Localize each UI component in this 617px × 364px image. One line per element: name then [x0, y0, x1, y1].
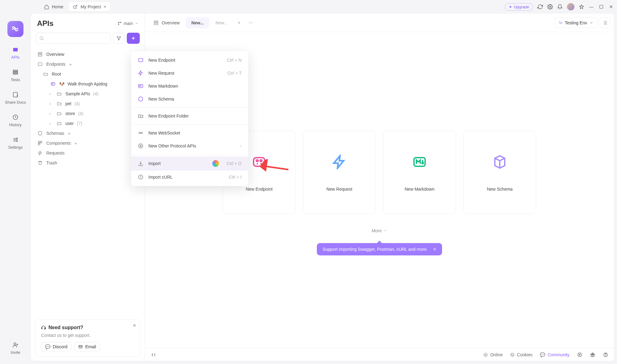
- gift-icon[interactable]: [590, 352, 595, 358]
- avatar[interactable]: [567, 3, 574, 10]
- filter-button[interactable]: [113, 33, 124, 44]
- svg-point-35: [511, 354, 512, 354]
- markdown-icon: [138, 83, 144, 89]
- svg-rect-2: [13, 48, 18, 52]
- app-logo[interactable]: [7, 21, 23, 37]
- tree-trash[interactable]: Trash: [35, 158, 141, 168]
- rail-invite[interactable]: Invite: [10, 341, 20, 355]
- dd-new-request[interactable]: New RequestCtrl + T: [131, 67, 248, 80]
- rail-apis[interactable]: APIs: [11, 46, 19, 60]
- email-button[interactable]: Email: [74, 342, 100, 351]
- collapse-icon[interactable]: [151, 352, 156, 358]
- rail-tests[interactable]: Tests: [11, 69, 20, 82]
- rail-history[interactable]: History: [9, 114, 22, 127]
- gear-icon[interactable]: [547, 4, 553, 10]
- chevron-down-icon: [590, 21, 593, 25]
- layout-icon: [154, 20, 159, 25]
- tab-overview[interactable]: Overview: [148, 17, 185, 28]
- dog-emoji: 🐶: [59, 81, 64, 86]
- upgrade-button[interactable]: ✦ Upgrade: [505, 3, 533, 11]
- tree-root[interactable]: Root: [35, 69, 141, 79]
- dd-import[interactable]: ImportCtrl + O: [131, 156, 248, 171]
- discord-button[interactable]: 💬Discord: [41, 342, 71, 351]
- chevron-right-icon: ›: [49, 101, 54, 106]
- svg-rect-5: [13, 73, 18, 74]
- dd-new-schema[interactable]: New Schema: [131, 93, 248, 105]
- maximize-icon[interactable]: [598, 4, 604, 10]
- tree-folder-sample[interactable]: ›Sample APIs (4): [35, 89, 141, 99]
- tooltip-close-icon[interactable]: ✕: [433, 247, 437, 252]
- rail-share-docs[interactable]: Share Docs: [5, 91, 26, 105]
- tree-schemas[interactable]: Schemas▸: [35, 128, 141, 138]
- more-link[interactable]: More: [372, 228, 387, 233]
- components-icon: [38, 141, 43, 146]
- svg-rect-22: [38, 143, 40, 145]
- support-subtitle: Contact us to get support.: [41, 333, 135, 338]
- tab-more-button[interactable]: ⋯: [245, 17, 256, 28]
- card-new-markdown[interactable]: New Markdown: [383, 131, 456, 214]
- status-community[interactable]: 💬Community: [540, 352, 569, 357]
- panel-menu-button[interactable]: ☰: [600, 17, 611, 28]
- tab-new-ghost[interactable]: New...: [210, 17, 233, 28]
- tree-folder-store[interactable]: ›store (4): [35, 109, 141, 118]
- svg-rect-18: [38, 63, 42, 65]
- filter-icon: [116, 36, 121, 41]
- dd-new-endpoint[interactable]: New EndpointCtrl + N: [131, 54, 248, 67]
- tree-requests[interactable]: Requests: [35, 148, 141, 158]
- env-selector[interactable]: Te Testing Env: [555, 18, 597, 28]
- check-circle-icon: [483, 353, 488, 357]
- close-icon[interactable]: ✕: [103, 5, 106, 9]
- svg-rect-4: [13, 72, 18, 72]
- tree-folder-pet[interactable]: ›pet (4): [35, 99, 141, 109]
- svg-point-34: [511, 353, 514, 356]
- home-tab[interactable]: Home: [40, 2, 67, 11]
- dd-new-websocket[interactable]: New WebSocket: [131, 126, 248, 139]
- project-tab[interactable]: My Project ✕: [69, 2, 110, 11]
- markdown-icon: [411, 153, 428, 171]
- caret-icon: ▸: [75, 141, 77, 146]
- search-icon: [39, 36, 44, 41]
- dd-new-folder[interactable]: New Endpoint Folder: [131, 110, 248, 122]
- bell-icon[interactable]: [557, 4, 563, 10]
- history-icon: [12, 114, 19, 121]
- support-card: ✕ Need support? Contact us to get suppor…: [35, 320, 140, 357]
- chevron-down-icon: [383, 229, 387, 233]
- dd-new-markdown[interactable]: New Markdown: [131, 80, 248, 93]
- caret-icon: ▸: [70, 62, 72, 67]
- pin-icon[interactable]: [579, 4, 584, 10]
- add-dropdown: New EndpointCtrl + N New RequestCtrl + T…: [131, 51, 248, 186]
- status-cookies[interactable]: Cookies: [510, 352, 533, 357]
- home-icon: [44, 4, 49, 10]
- settings-icon: [12, 136, 19, 143]
- add-tab-button[interactable]: ＋: [234, 17, 245, 28]
- tree-walkthrough[interactable]: 🐶Walk through Apidog: [35, 79, 141, 89]
- dd-import-curl[interactable]: Import cURLCtrl + I: [131, 171, 248, 184]
- help-icon[interactable]: [603, 352, 608, 358]
- add-circle-icon[interactable]: [577, 352, 582, 358]
- status-online[interactable]: Online: [483, 352, 503, 357]
- headset-icon: [41, 325, 46, 330]
- tree-folder-user[interactable]: ›user (7): [35, 118, 141, 128]
- tab-new-active[interactable]: New...: [186, 17, 209, 28]
- add-button[interactable]: [127, 33, 140, 44]
- close-icon[interactable]: ✕: [133, 323, 136, 328]
- branch-selector[interactable]: main: [118, 21, 139, 26]
- svg-point-12: [118, 24, 119, 25]
- window-close-icon[interactable]: ✕: [608, 4, 614, 10]
- sidebar-title: APIs: [37, 19, 53, 28]
- svg-rect-17: [38, 55, 42, 56]
- tree-endpoints[interactable]: Endpoints▸: [35, 59, 141, 69]
- card-new-schema[interactable]: New Schema: [463, 131, 536, 214]
- mail-icon: [78, 345, 83, 349]
- tree-overview[interactable]: Overview: [35, 49, 141, 59]
- endpoint-icon: [138, 57, 144, 63]
- dd-other-protocol[interactable]: New Other Protocol APIs›: [131, 139, 248, 152]
- rail-settings[interactable]: Settings: [8, 136, 23, 150]
- search-input[interactable]: [36, 33, 111, 44]
- minimize-icon[interactable]: —: [589, 4, 594, 10]
- card-new-request[interactable]: New Request: [303, 131, 376, 214]
- discord-icon: 💬: [540, 352, 545, 357]
- tree-components[interactable]: Components▸: [35, 138, 141, 148]
- refresh-icon[interactable]: [537, 4, 543, 10]
- invite-icon: [12, 341, 19, 348]
